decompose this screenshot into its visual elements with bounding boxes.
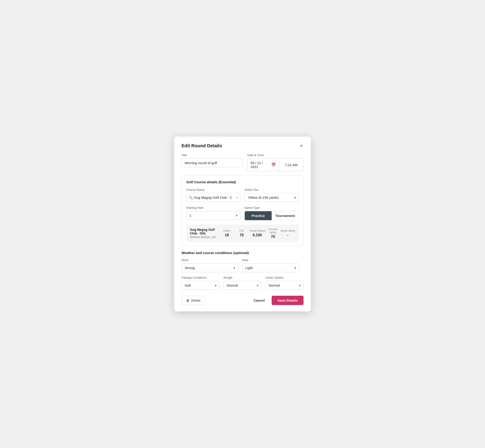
practice-button[interactable]: Practice bbox=[245, 211, 272, 220]
par-label: Par bbox=[234, 229, 249, 232]
course-stat-par: Par 70 bbox=[234, 229, 249, 237]
time-field[interactable]: 7:31 AM bbox=[279, 159, 304, 171]
course-name-input[interactable] bbox=[186, 193, 241, 202]
rough-dropdown[interactable]: Normal bbox=[224, 281, 262, 290]
course-stat-yards: Yards(Yellow) 6,156 bbox=[249, 229, 266, 237]
trash-icon: 🗑 bbox=[186, 299, 189, 302]
delete-button[interactable]: 🗑 Delete bbox=[181, 296, 205, 305]
footer: 🗑 Delete Cancel Save Details bbox=[181, 293, 304, 305]
select-tee-label: Select Tee bbox=[244, 188, 299, 192]
wind-select-wrap: Strong bbox=[181, 263, 238, 272]
course-name-group: Course Name 🔍 × bbox=[186, 188, 241, 202]
starting-hole-label: Starting Hole bbox=[186, 206, 241, 209]
course-info-name: Gog Magog Golf Club - Old, Shelford Bott… bbox=[190, 228, 219, 239]
tournament-button[interactable]: Tournament bbox=[272, 211, 299, 220]
par-value: 70 bbox=[234, 233, 249, 237]
course-stat-course-rating: Course rating 70 bbox=[266, 228, 280, 239]
calendar-icon: 📅 bbox=[271, 162, 276, 167]
course-stat-slope-rating: Slope rating - bbox=[280, 229, 295, 237]
course-rating-label: Course rating bbox=[266, 228, 280, 234]
game-type-toggle: Practice Tournament bbox=[244, 211, 299, 220]
close-button[interactable]: × bbox=[299, 143, 304, 148]
delete-label: Delete bbox=[191, 299, 200, 302]
holes-value: 18 bbox=[219, 233, 234, 237]
game-type-label: Game Type bbox=[244, 206, 299, 209]
course-info-location: Shelford Bottom, UK bbox=[190, 236, 219, 239]
modal-header: Edit Round Details × bbox=[181, 143, 304, 148]
yards-value: 6,156 bbox=[249, 233, 266, 237]
rain-select-wrap: Light bbox=[242, 263, 299, 272]
weather-section: Weather and course conditions (optional)… bbox=[181, 251, 304, 290]
title-label: Title bbox=[181, 153, 243, 157]
course-rating-value: 70 bbox=[266, 235, 280, 239]
green-speed-dropdown[interactable]: Normal bbox=[266, 281, 304, 290]
slope-rating-value: - bbox=[280, 233, 295, 237]
datetime-group: Date & Time 05 / 12 / 2021 📅 7:31 AM bbox=[247, 153, 304, 171]
date-field[interactable]: 05 / 12 / 2021 📅 bbox=[247, 159, 279, 171]
starting-hole-group: Starting Hole 1 bbox=[186, 206, 241, 220]
starting-hole-dropdown[interactable]: 1 bbox=[186, 211, 241, 220]
course-section-title: Golf Course details (Essential) bbox=[186, 180, 299, 184]
course-tee-row: Course Name 🔍 × Select Tee Yellow (6,156… bbox=[186, 188, 299, 202]
course-clear-button[interactable]: × bbox=[236, 196, 238, 200]
modal-title: Edit Round Details bbox=[181, 143, 222, 148]
wind-dropdown[interactable]: Strong bbox=[181, 263, 238, 272]
select-tee-wrap: Yellow (6,156 yards) bbox=[244, 193, 299, 202]
fairway-dropdown[interactable]: Soft bbox=[181, 281, 219, 290]
slope-rating-label: Slope rating bbox=[280, 229, 295, 232]
rain-dropdown[interactable]: Light bbox=[242, 263, 299, 272]
course-stat-holes: Holes 18 bbox=[219, 229, 234, 237]
green-speed-label: Green Speed bbox=[266, 276, 304, 279]
course-search-wrap: 🔍 × bbox=[186, 193, 241, 202]
time-value: 7:31 AM bbox=[285, 163, 298, 167]
course-info-main-name: Gog Magog Golf Club - Old, bbox=[190, 228, 219, 235]
fairway-group: Fairway Conditions Soft bbox=[181, 276, 219, 290]
datetime-label: Date & Time bbox=[247, 153, 304, 157]
date-value: 05 / 12 / 2021 bbox=[251, 161, 269, 169]
date-time-wrapper: 05 / 12 / 2021 📅 7:31 AM bbox=[247, 159, 304, 171]
wind-group: Wind Strong bbox=[181, 258, 238, 272]
rain-label: Rain bbox=[242, 258, 299, 262]
course-name-label: Course Name bbox=[186, 188, 241, 192]
select-tee-dropdown[interactable]: Yellow (6,156 yards) bbox=[244, 193, 299, 202]
starting-hole-wrap: 1 bbox=[186, 211, 241, 220]
holes-label: Holes bbox=[219, 229, 234, 232]
fairway-label: Fairway Conditions bbox=[181, 276, 219, 279]
fairway-select-wrap: Soft bbox=[181, 281, 219, 290]
course-section: Golf Course details (Essential) Course N… bbox=[181, 175, 304, 246]
green-speed-group: Green Speed Normal bbox=[266, 276, 304, 290]
fairway-rough-green-row: Fairway Conditions Soft Rough Normal Gre… bbox=[181, 276, 304, 290]
select-tee-group: Select Tee Yellow (6,156 yards) bbox=[244, 188, 299, 202]
edit-round-modal: Edit Round Details × Title Date & Time 0… bbox=[174, 136, 311, 312]
footer-right: Cancel Save Details bbox=[251, 296, 304, 305]
hole-gametype-row: Starting Hole 1 Game Type Practice Tourn… bbox=[186, 206, 299, 220]
course-info-box: Gog Magog Golf Club - Old, Shelford Bott… bbox=[186, 224, 299, 242]
rough-select-wrap: Normal bbox=[224, 281, 262, 290]
title-datetime-row: Title Date & Time 05 / 12 / 2021 📅 7:31 … bbox=[181, 153, 304, 171]
game-type-group: Game Type Practice Tournament bbox=[244, 206, 299, 220]
rain-group: Rain Light bbox=[242, 258, 299, 272]
green-speed-select-wrap: Normal bbox=[266, 281, 304, 290]
title-group: Title bbox=[181, 153, 243, 171]
cancel-button[interactable]: Cancel bbox=[251, 296, 267, 304]
save-button[interactable]: Save Details bbox=[272, 296, 304, 305]
rough-label: Rough bbox=[224, 276, 262, 279]
weather-section-title: Weather and course conditions (optional) bbox=[181, 251, 304, 255]
wind-rain-row: Wind Strong Rain Light bbox=[181, 258, 304, 272]
title-input[interactable] bbox=[181, 159, 243, 167]
wind-label: Wind bbox=[181, 258, 238, 262]
rough-group: Rough Normal bbox=[224, 276, 262, 290]
search-icon: 🔍 bbox=[188, 196, 193, 200]
yards-label: Yards(Yellow) bbox=[249, 229, 266, 232]
